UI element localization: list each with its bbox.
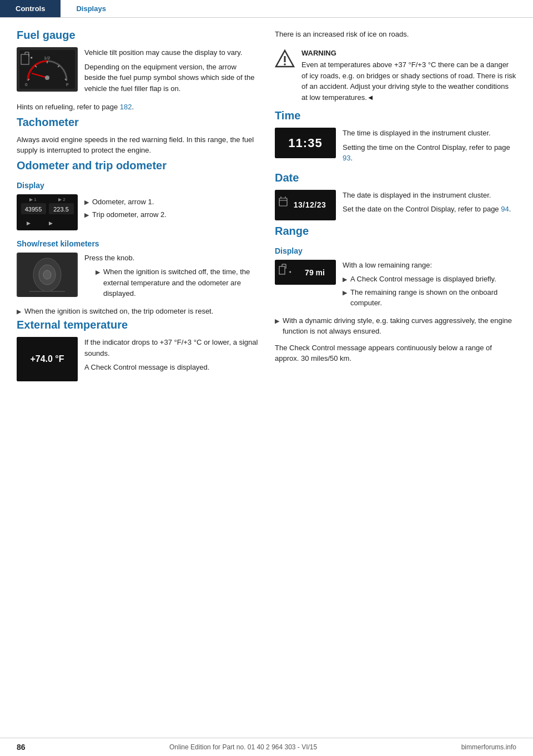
- range-bullet2: ▶ The remaining range is shown on the on…: [343, 287, 516, 309]
- range-svg: 79 mi: [275, 260, 336, 285]
- odometer-image: ▶ 1 ▶ 2 43955 223.5 ▶ ▶: [17, 194, 78, 230]
- svg-point-28: [43, 270, 51, 279]
- svg-point-34: [284, 63, 286, 65]
- bullet-arrow-6: ▶: [343, 288, 347, 298]
- show-reset-subtitle: Show/reset kilometers: [17, 239, 258, 248]
- top-navigation: Controls Displays: [0, 0, 533, 18]
- date-section: Date 13/12/23 The date is displayed in t…: [275, 172, 516, 220]
- date-title: Date: [275, 172, 516, 184]
- ignition-on-bullet: ▶ When the ignition is switched on, the …: [17, 306, 258, 317]
- bullet-arrow-2: ▶: [84, 210, 89, 220]
- svg-rect-33: [284, 56, 286, 62]
- footer-center: Online Edition for Part no. 01 40 2 964 …: [169, 743, 317, 751]
- footer: 86 Online Edition for Part no. 01 40 2 9…: [0, 738, 533, 756]
- bullet-arrow-4: ▶: [17, 307, 21, 316]
- svg-point-7: [45, 75, 49, 80]
- odometer-display-row: ▶ 1 ▶ 2 43955 223.5 ▶ ▶: [17, 194, 258, 230]
- right-column: There is an increased risk of ice on roa…: [275, 29, 516, 386]
- check-control-text: The Check Control message appears contin…: [275, 342, 516, 364]
- time-display-image: 11:35: [275, 128, 336, 158]
- temp-text1: If the indicator drops to +37 °F/+3 °C o…: [84, 337, 258, 359]
- odometer-section: Odometer and trip odometer Display ▶ 1 ▶…: [17, 159, 258, 317]
- odometer-bullet-list: ▶ Odometer, arrow 1. ▶ Trip odometer, ar…: [84, 196, 258, 220]
- time-title: Time: [275, 109, 516, 122]
- time-text-content: The time is displayed in the instrument …: [343, 128, 516, 167]
- date-text2: Set the date on the Control Display, ref…: [343, 204, 516, 215]
- range-title: Range: [275, 225, 516, 238]
- external-temp-row: +74.0 °F If the indicator drops to +37 °…: [17, 337, 258, 381]
- date-display-image: 13/12/23: [275, 190, 336, 220]
- odometer-title: Odometer and trip odometer: [17, 159, 258, 172]
- fuel-gauge-title: Fuel gauge: [17, 29, 258, 42]
- fuel-page-link[interactable]: 182: [120, 103, 132, 111]
- fuel-gauge-content: 0 1/2 F Vehicle tilt position may cause …: [17, 47, 258, 97]
- svg-text:1/2: 1/2: [44, 56, 51, 61]
- date-page-link[interactable]: 94: [501, 205, 509, 213]
- warning-title: WARNING: [301, 48, 516, 59]
- range-bullet1: ▶ A Check Control message is displayed b…: [343, 274, 516, 285]
- tab-controls[interactable]: Controls: [0, 0, 61, 17]
- fuel-gauge-text1: Vehicle tilt position may cause the disp…: [84, 47, 258, 58]
- svg-text:+74.0 °F: +74.0 °F: [30, 354, 64, 364]
- warning-body: Even at temperatures above +37 °F/+3 °C …: [301, 61, 516, 102]
- range-row: 79 mi With a low remaining range: ▶ A Ch…: [275, 260, 516, 311]
- date-text-content: The date is displayed in the instrument …: [343, 190, 516, 220]
- bullet-arrow-5: ▶: [343, 275, 347, 284]
- knob-image: [17, 253, 78, 297]
- range-display-image: 79 mi: [275, 260, 336, 285]
- svg-text:0: 0: [25, 82, 28, 87]
- page-number: 86: [17, 743, 26, 752]
- range-section: Range Display 79 mi: [275, 225, 516, 364]
- svg-text:▶: ▶: [49, 220, 53, 226]
- odometer-display-subtitle: Display: [17, 181, 258, 190]
- external-temp-title: External temperature: [17, 319, 258, 331]
- range-bullet-list: ▶ A Check Control message is displayed b…: [343, 274, 516, 309]
- svg-text:F: F: [66, 82, 69, 87]
- bullet-arrow-7: ▶: [275, 316, 279, 326]
- fuel-gauge-text3: Hints on refueling, refer to page 182.: [17, 102, 258, 113]
- svg-text:▶ 2: ▶ 2: [58, 197, 66, 202]
- bullet-arrow-3: ▶: [95, 268, 100, 277]
- main-content: Fuel gauge: [0, 18, 533, 408]
- show-reset-text: Press the knob. ▶ When the ignition is s…: [84, 253, 258, 301]
- range-display-subtitle: Display: [275, 246, 516, 255]
- show-reset-row: Press the knob. ▶ When the ignition is s…: [17, 253, 258, 301]
- warning-box: WARNING Even at temperatures above +37 °…: [275, 48, 516, 103]
- time-text2: Setting the time on the Control Display,…: [343, 142, 516, 164]
- tachometer-title: Tachometer: [17, 116, 258, 129]
- range-intro: With a low remaining range:: [343, 260, 516, 271]
- svg-text:▶: ▶: [27, 220, 31, 226]
- date-row: 13/12/23 The date is displayed in the in…: [275, 190, 516, 220]
- range-dynamic-bullet: ▶ With a dynamic driving style, e.g. tak…: [275, 315, 516, 337]
- time-text1: The time is displayed in the instrument …: [343, 128, 516, 139]
- bullet-trip: ▶ Trip odometer, arrow 2.: [84, 209, 258, 220]
- fuel-gauge-section: Fuel gauge: [17, 29, 258, 113]
- external-temp-section: External temperature +74.0 °F If the ind…: [17, 319, 258, 381]
- knob-svg: [18, 253, 77, 297]
- tab-displays[interactable]: Displays: [61, 0, 121, 17]
- odometer-bullets: ▶ Odometer, arrow 1. ▶ Trip odometer, ar…: [84, 194, 258, 230]
- svg-text:▶ 1: ▶ 1: [29, 197, 37, 202]
- date-svg: 13/12/23: [275, 190, 336, 220]
- temp-svg: +74.0 °F: [17, 337, 78, 381]
- bullet-odometer: ▶ Odometer, arrow 1.: [84, 196, 258, 208]
- svg-text:43955: 43955: [24, 206, 42, 213]
- warning-text-content: WARNING Even at temperatures above +37 °…: [301, 48, 516, 103]
- temp-text2: A Check Control message is displayed.: [84, 362, 258, 373]
- svg-text:11:35: 11:35: [288, 136, 322, 150]
- fuel-gauge-image: 0 1/2 F: [17, 47, 78, 92]
- range-text-content: With a low remaining range: ▶ A Check Co…: [343, 260, 516, 311]
- ice-warning-text: There is an increased risk of ice on roa…: [275, 29, 516, 40]
- fuel-gauge-dial-svg: 0 1/2 F: [19, 50, 75, 89]
- external-temp-text: If the indicator drops to +37 °F/+3 °C o…: [84, 337, 258, 381]
- time-section: Time 11:35 The time is displayed in the …: [275, 109, 516, 167]
- bullet-arrow-1: ▶: [84, 198, 89, 207]
- time-page-link[interactable]: 93: [343, 154, 350, 162]
- warning-triangle-icon: [275, 49, 295, 69]
- time-row: 11:35 The time is displayed in the instr…: [275, 128, 516, 167]
- fuel-gauge-text2: Depending on the equipment version, the …: [84, 62, 258, 94]
- ignition-off-bullet: ▶ When the ignition is switched off, the…: [95, 266, 258, 299]
- footer-right: bimmerforums.info: [461, 743, 516, 751]
- fuel-gauge-text: Vehicle tilt position may cause the disp…: [84, 47, 258, 97]
- tachometer-text: Always avoid engine speeds in the red wa…: [17, 134, 258, 156]
